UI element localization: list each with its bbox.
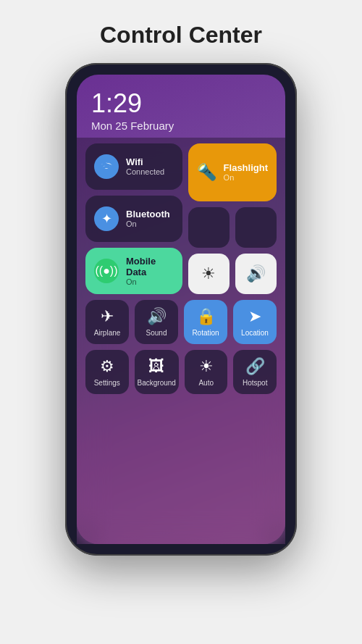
background-label: Background [138, 379, 176, 387]
mobile-data-tile[interactable]: ((●)) Mobile Data On [85, 248, 182, 294]
mobile-icon: ((●)) [94, 259, 119, 283]
wifi-icon [94, 154, 119, 179]
brightness-tile[interactable]: ☀ [188, 254, 230, 294]
wifi-sublabel: Connected [126, 167, 164, 176]
hotspot-label: Hotspot [243, 379, 267, 387]
sound-tile[interactable]: 🔊 Sound [135, 300, 178, 344]
sound-label: Sound [146, 329, 167, 337]
volume-tile[interactable]: 🔊 [235, 254, 277, 294]
location-tile[interactable]: ➤ Location [233, 300, 277, 344]
airplane-label: Airplane [94, 329, 121, 337]
volume-icon: 🔊 [246, 264, 266, 283]
dark-tile-1[interactable] [188, 207, 230, 248]
wifi-label: Wifi [126, 156, 164, 167]
settings-tile[interactable]: ⚙ Settings [85, 350, 129, 394]
auto-label: Auto [198, 379, 214, 387]
bluetooth-label: Bluetooth [126, 209, 170, 219]
sound-icon: 🔊 [147, 307, 167, 326]
rotation-label: Rotation [192, 329, 219, 337]
phone-frame: 1:29 Mon 25 February Wifi [65, 63, 297, 556]
settings-icon: ⚙ [100, 357, 114, 376]
mobile-sublabel: On [126, 277, 174, 286]
auto-tile[interactable]: ☀ Auto [185, 350, 228, 394]
date-display: Mon 25 February [91, 120, 271, 132]
flashlight-label: Flashlight [224, 162, 268, 173]
settings-label: Settings [94, 379, 120, 387]
hotspot-icon: 🔗 [245, 357, 265, 376]
location-icon: ➤ [248, 307, 261, 326]
auto-icon: ☀ [199, 357, 214, 376]
bluetooth-sublabel: On [126, 219, 170, 228]
status-bar: 1:29 Mon 25 February [77, 75, 285, 138]
page-title: Control Center [100, 22, 262, 49]
time-display: 1:29 [91, 89, 271, 118]
dark-tile-2[interactable] [235, 207, 277, 248]
background-icon: 🖼 [148, 357, 164, 376]
hotspot-tile[interactable]: 🔗 Hotspot [233, 350, 277, 394]
flashlight-sublabel: On [224, 173, 268, 182]
control-grid: Wifi Connected ✦ Bluetooth On [77, 138, 285, 544]
location-label: Location [241, 329, 269, 337]
airplane-tile[interactable]: ✈ Airplane [85, 300, 129, 344]
bluetooth-icon: ✦ [94, 206, 119, 231]
rotation-tile[interactable]: 🔒 Rotation [184, 300, 227, 344]
flashlight-icon: 🔦 [197, 163, 216, 182]
brightness-icon: ☀ [201, 264, 216, 283]
bluetooth-tile[interactable]: ✦ Bluetooth On [85, 196, 182, 242]
mobile-label: Mobile Data [126, 256, 174, 277]
background-tile[interactable]: 🖼 Background [135, 350, 179, 394]
airplane-icon: ✈ [101, 307, 114, 326]
wifi-tile[interactable]: Wifi Connected [85, 143, 182, 190]
rotation-icon: 🔒 [196, 307, 216, 326]
phone-screen: 1:29 Mon 25 February Wifi [77, 75, 285, 544]
flashlight-tile[interactable]: 🔦 Flashlight On [188, 143, 277, 201]
